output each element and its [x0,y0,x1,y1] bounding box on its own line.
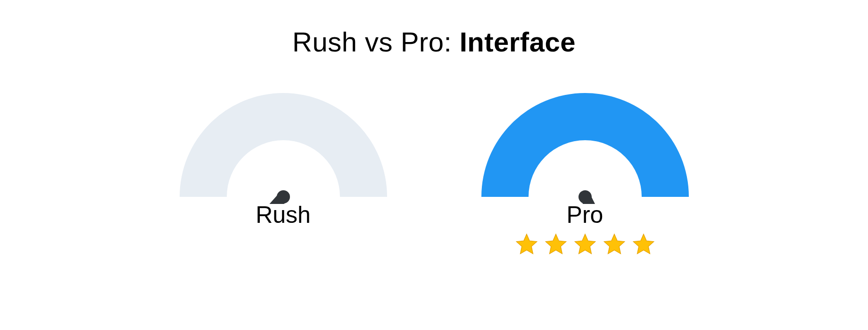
comparison-chart: Rush vs Pro: Interface Rush [0,0,868,330]
star-icon [573,232,597,257]
gauge-pro-meter-icon [474,86,696,204]
svg-marker-6 [633,234,653,254]
title-bold: Interface [460,26,576,57]
svg-marker-3 [546,234,566,254]
star-icon [544,232,568,257]
svg-marker-4 [575,234,595,254]
svg-marker-2 [516,234,537,254]
pro-stars [514,232,656,257]
gauge-rush-label: Rush [256,201,311,228]
gauge-pro-label: Pro [567,201,603,228]
star-icon [514,232,539,257]
gauge-rush-meter-icon [173,86,394,204]
gauge-pro: Pro [474,86,696,257]
title-prefix: Rush vs Pro: [292,26,460,57]
svg-marker-5 [604,234,624,254]
star-icon [631,232,656,257]
star-icon [602,232,627,257]
gauge-row: Rush Pro [173,86,696,257]
page-title: Rush vs Pro: Interface [292,26,576,58]
gauge-rush: Rush [173,86,394,257]
